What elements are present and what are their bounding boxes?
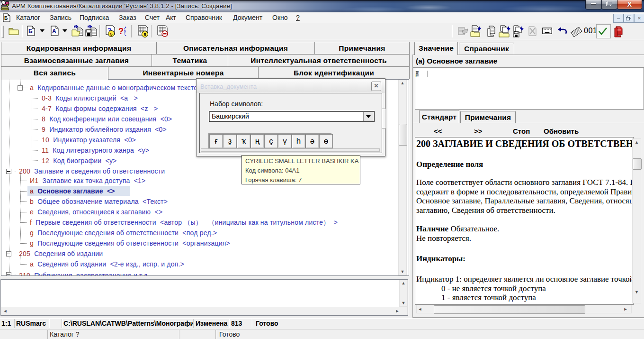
svg-text:?: ?: [118, 27, 124, 36]
svg-text:А: А: [52, 28, 56, 35]
svg-text:Б: Б: [4, 16, 8, 21]
svg-text:5: 5: [110, 32, 113, 37]
svg-text:5: 5: [144, 32, 146, 37]
svg-text:Б: Б: [28, 28, 33, 35]
